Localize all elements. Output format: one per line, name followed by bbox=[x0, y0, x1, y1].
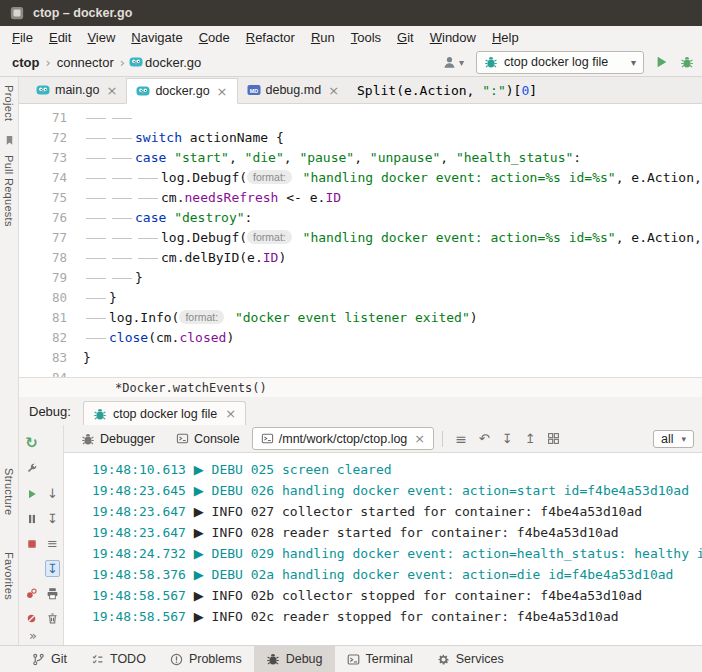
code-token: "docker event listener exited" bbox=[235, 310, 470, 325]
debug-content: DebuggerConsole/mnt/work/ctop/ctop.log×≡… bbox=[64, 425, 702, 645]
gutter-line-number[interactable]: 75 bbox=[19, 188, 81, 208]
navbar: ctop›connector›docker.go ▾ ctop docker l… bbox=[0, 48, 702, 77]
gutter-line-number[interactable]: 73 bbox=[19, 148, 81, 168]
log-timestamp: 19:48:58.376 bbox=[92, 567, 186, 582]
step-down-line-button[interactable]: ↧ bbox=[43, 506, 63, 531]
editor-tab-debug.md[interactable]: MDdebug.md× bbox=[238, 77, 349, 103]
code-token: , e.Action, e.ID) bbox=[616, 170, 702, 185]
menu-window[interactable]: Window bbox=[422, 27, 484, 48]
menu-run[interactable]: Run bbox=[303, 27, 343, 48]
breadcrumb-item[interactable]: connector bbox=[55, 55, 116, 70]
run-config-combo[interactable]: ctop docker log file ▾ bbox=[476, 51, 644, 74]
close-icon[interactable]: × bbox=[225, 406, 236, 421]
gutter-line-number[interactable]: 81 bbox=[19, 308, 81, 328]
close-icon[interactable]: × bbox=[328, 83, 339, 98]
user-account-button[interactable]: ▾ bbox=[442, 55, 464, 70]
code-line: 84 bbox=[19, 368, 702, 377]
go-file-icon bbox=[136, 84, 150, 98]
wrench-button[interactable] bbox=[22, 456, 42, 481]
stripe-favorites[interactable]: Favorites bbox=[3, 552, 15, 600]
gutter-line-number[interactable]: 72 bbox=[19, 128, 81, 148]
menu-refactor[interactable]: Refactor bbox=[238, 27, 303, 48]
log-arrow: ▶ bbox=[194, 588, 204, 603]
code-editor[interactable]: 7172switch actionName {73case "start", "… bbox=[19, 104, 702, 377]
clear-all-icon bbox=[46, 612, 59, 625]
statusbar-todo[interactable]: TODO bbox=[79, 646, 158, 672]
stop-button[interactable] bbox=[22, 531, 42, 556]
code-token: ) bbox=[470, 310, 478, 325]
editor-tab-main.go[interactable]: main.go× bbox=[27, 77, 126, 103]
gutter-line-number[interactable]: 78 bbox=[19, 248, 81, 268]
close-icon[interactable]: × bbox=[106, 83, 117, 98]
view-breakpoints-button[interactable] bbox=[22, 581, 42, 606]
log-level-filter[interactable]: all▾ bbox=[653, 430, 694, 448]
gutter-line-number[interactable]: 82 bbox=[19, 328, 81, 348]
tab-whitespace bbox=[112, 278, 132, 279]
scroll-up-button[interactable]: ↥ bbox=[520, 429, 540, 449]
view-tab-debugger[interactable]: Debugger bbox=[72, 428, 164, 450]
gutter-line-number[interactable]: 83 bbox=[19, 348, 81, 368]
resume-button[interactable] bbox=[22, 481, 42, 506]
statusbar-problems[interactable]: Problems bbox=[158, 646, 254, 672]
debug-run-button[interactable] bbox=[680, 55, 694, 69]
rerun-button[interactable]: ↻ bbox=[22, 431, 42, 456]
menu-code[interactable]: Code bbox=[191, 27, 238, 48]
log-message: collector started for container: f4be4a5… bbox=[282, 504, 642, 519]
stripe-project[interactable]: Project bbox=[3, 85, 15, 121]
scroll-end-button[interactable]: ↧ bbox=[43, 556, 63, 581]
gutter-line-number[interactable]: 71 bbox=[19, 108, 81, 128]
stripe-structure[interactable]: Structure bbox=[3, 468, 15, 515]
show-exec-button[interactable]: ≡ bbox=[43, 531, 63, 556]
layout-grid-button[interactable] bbox=[543, 429, 563, 449]
gutter-line-number[interactable]: 76 bbox=[19, 208, 81, 228]
gutter-line-number[interactable]: 77 bbox=[19, 228, 81, 248]
tab-whitespace bbox=[112, 138, 132, 139]
close-icon[interactable]: × bbox=[217, 84, 228, 99]
statusbar-terminal[interactable]: Terminal bbox=[335, 646, 425, 672]
statusbar-debug[interactable]: Debug bbox=[254, 646, 335, 672]
pause-button[interactable] bbox=[22, 506, 42, 531]
code-token: Split(e.Action, bbox=[357, 83, 482, 98]
gutter-line-number[interactable]: 80 bbox=[19, 288, 81, 308]
soft-wrap-button[interactable]: ≡ bbox=[451, 429, 471, 449]
print-button[interactable] bbox=[43, 581, 63, 606]
more-actions-icon[interactable]: » bbox=[29, 628, 37, 643]
stripe-pull-requests[interactable]: Pull Requests bbox=[3, 155, 15, 227]
console-output[interactable]: 19:48:10.613 ▶ DEBU 025 screen cleared19… bbox=[64, 453, 702, 645]
menu-git[interactable]: Git bbox=[389, 27, 422, 48]
chevron-separator-icon: › bbox=[116, 55, 129, 70]
statusbar-git[interactable]: Git bbox=[20, 646, 79, 672]
step-down-button[interactable]: ↓ bbox=[43, 481, 63, 506]
scroll-down-button[interactable]: ↧ bbox=[497, 429, 517, 449]
menu-file[interactable]: File bbox=[4, 27, 41, 48]
code-token: } bbox=[109, 290, 117, 305]
menu-edit[interactable]: Edit bbox=[41, 27, 79, 48]
curved-up-button[interactable]: ↶ bbox=[474, 429, 494, 449]
code-token: "unpause" bbox=[370, 150, 440, 165]
breadcrumb-item[interactable]: docker.go bbox=[143, 55, 203, 70]
log-ordinal: 026 bbox=[251, 483, 274, 498]
run-button[interactable] bbox=[655, 55, 669, 69]
debug-toolbar-col2: ↓↧≡↧ bbox=[42, 431, 63, 645]
statusbar-services[interactable]: Services bbox=[425, 646, 516, 672]
log-file-tab[interactable]: /mnt/work/ctop/ctop.log× bbox=[252, 427, 434, 450]
menu-help[interactable]: Help bbox=[484, 27, 527, 48]
log-timestamp: 19:48:58.567 bbox=[92, 588, 186, 603]
gutter-line-number[interactable]: 74 bbox=[19, 168, 81, 188]
editor-column: main.go×docker.go×MDdebug.md×Split(e.Act… bbox=[19, 77, 702, 645]
bookmark-icon[interactable] bbox=[4, 135, 15, 146]
gutter-line-number[interactable]: 84 bbox=[19, 368, 81, 377]
view-tab-console[interactable]: Console bbox=[167, 428, 249, 450]
menu-view[interactable]: View bbox=[79, 27, 123, 48]
editor-tab-docker.go[interactable]: docker.go× bbox=[126, 78, 237, 104]
menu-navigate[interactable]: Navigate bbox=[123, 27, 190, 48]
gutter-line-number[interactable]: 79 bbox=[19, 268, 81, 288]
breadcrumb-item[interactable]: ctop bbox=[10, 55, 41, 70]
tab-whitespace bbox=[138, 178, 158, 179]
debug-panel-label: Debug: bbox=[29, 404, 71, 425]
menu-tools[interactable]: Tools bbox=[343, 27, 389, 48]
clear-all-button[interactable] bbox=[43, 606, 63, 631]
debug-session-tab[interactable]: ctop docker log file × bbox=[83, 401, 246, 425]
close-icon[interactable]: × bbox=[414, 431, 425, 446]
run-config-label: ctop docker log file bbox=[504, 55, 608, 69]
